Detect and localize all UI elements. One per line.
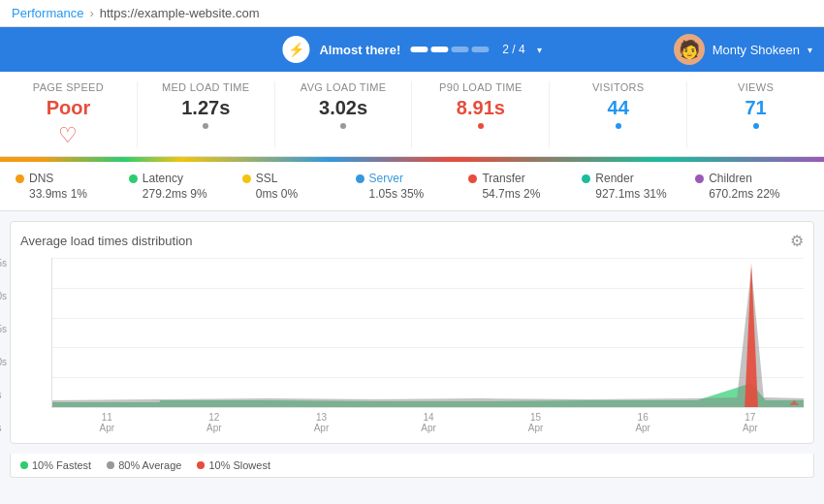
dns-color-dot-render [582, 174, 590, 183]
dns-color-dot-ssl [242, 174, 251, 183]
dns-item-children: Children670.2ms 22% [695, 172, 808, 201]
metric-label-2: Avg Load Time [283, 81, 404, 93]
y-label: 10s [0, 357, 7, 367]
metric-label-3: p90 Load Time [420, 81, 541, 93]
header-bar: ⚡ Almost there! 2 / 4 ▾ 🧑 Monty Shokeen … [0, 27, 824, 72]
metric-label-4: Visitors [557, 81, 679, 93]
x-label-17: 17Apr [696, 412, 804, 433]
user-area[interactable]: 🧑 Monty Shokeen ▾ [674, 34, 812, 65]
dns-row: DNS33.9ms 1%Latency279.2ms 9%SSL0ms 0%Se… [0, 162, 824, 211]
metric-visitors: Visitors 44 [550, 81, 687, 148]
step-3 [451, 47, 468, 52]
step-4 [471, 47, 489, 52]
legend-item: 10% Slowest [197, 459, 270, 471]
metric-value-2: 3.02s [283, 97, 404, 119]
heart-icon: ♡ [8, 123, 129, 148]
dns-label-latency: Latency [143, 172, 183, 185]
dns-values-transfer: 54.7ms 2% [468, 187, 582, 201]
dns-label-children: Children [709, 172, 752, 185]
dns-label-server: Server [369, 172, 403, 185]
x-label-11: 11Apr [53, 412, 161, 433]
dns-label-transfer: Transfer [482, 172, 524, 185]
x-label-14: 14Apr [375, 412, 483, 433]
lightning-icon: ⚡ [282, 36, 309, 63]
legend-dot [20, 461, 28, 469]
dns-label-dns: DNS [29, 172, 53, 185]
progress-steps [410, 47, 489, 52]
avatar: 🧑 [674, 34, 705, 65]
metric-dot-1 [203, 123, 208, 129]
metric-value-1: 1.27s [145, 97, 267, 119]
metric-med-load: Med Load Time 1.27s [138, 81, 275, 148]
legend-label: 80% Average [118, 459, 181, 471]
chart-title: Average load times distribution [20, 234, 193, 248]
dns-item-dns: DNS33.9ms 1% [16, 172, 129, 201]
metric-p90-load: p90 Load Time 8.91s [412, 81, 550, 148]
x-label-16: 16Apr [589, 412, 697, 433]
dns-color-dot-children [695, 174, 704, 183]
metric-dot-2 [340, 123, 346, 129]
svg-marker-1 [52, 268, 804, 407]
metric-label-1: Med Load Time [145, 81, 267, 93]
x-axis-labels: 11Apr12Apr13Apr14Apr15Apr16Apr17Apr [53, 408, 804, 433]
chart-svg [52, 258, 804, 407]
metric-page-speed: Page Speed Poor ♡ [0, 81, 138, 148]
user-dropdown-arrow[interactable]: ▾ [808, 45, 812, 55]
step-2 [430, 47, 448, 52]
metric-label-0: Page Speed [8, 81, 129, 93]
dns-color-dot-dns [16, 174, 24, 183]
y-label: 20s [0, 291, 7, 301]
gear-icon[interactable]: ⚙ [790, 232, 804, 250]
metric-value-0: Poor [8, 97, 129, 119]
legend-dot [197, 461, 205, 469]
performance-link[interactable]: Performance [12, 6, 83, 20]
dns-item-render: Render927.1ms 31% [582, 172, 695, 201]
dns-item-ssl: SSL0ms 0% [242, 172, 356, 201]
breadcrumb-separator: › [89, 6, 93, 20]
metric-dot-4 [616, 123, 621, 129]
legend-row: 10% Fastest80% Average10% Slowest [10, 454, 814, 478]
chart-header: Average load times distribution ⚙ [20, 232, 804, 250]
y-label: 25s [0, 258, 7, 268]
metric-avg-load: Avg Load Time 3.02s [275, 81, 413, 148]
progress-area: ⚡ Almost there! 2 / 4 ▾ [282, 36, 541, 63]
step-1 [410, 47, 428, 52]
x-label-15: 15Apr [482, 412, 589, 433]
dns-color-dot-latency [129, 174, 138, 183]
dns-label-render: Render [595, 172, 633, 185]
dns-values-render: 927.1ms 31% [582, 187, 695, 201]
x-label-12: 12Apr [161, 412, 269, 433]
dns-values-latency: 279.2ms 9% [129, 187, 242, 201]
legend-label: 10% Slowest [208, 459, 270, 471]
user-name: Monty Shokeen [713, 43, 800, 57]
dns-values-dns: 33.9ms 1% [16, 187, 129, 201]
chart-section: Average load times distribution ⚙ 25s20s… [10, 221, 814, 444]
metric-views: Views 71 [687, 81, 824, 148]
x-label-13: 13Apr [268, 412, 375, 433]
dns-values-ssl: 0ms 0% [242, 187, 356, 201]
legend-label: 10% Fastest [32, 459, 91, 471]
progress-dropdown-arrow[interactable]: ▾ [537, 45, 542, 55]
dns-item-latency: Latency279.2ms 9% [129, 172, 242, 201]
y-label: 5s [0, 390, 7, 400]
legend-dot [107, 461, 114, 469]
dns-label-ssl: SSL [256, 172, 278, 185]
breadcrumb: Performance › https://example-website.co… [0, 0, 824, 27]
dns-item-transfer: Transfer54.7ms 2% [468, 172, 582, 201]
legend-item: 10% Fastest [20, 459, 91, 471]
chart-area [51, 258, 804, 408]
y-label: 15s [0, 324, 7, 334]
dns-values-children: 670.2ms 22% [695, 187, 808, 201]
y-axis-labels: 25s20s15s10s5s0s [0, 258, 7, 433]
step-count: 2 / 4 [502, 43, 524, 56]
breadcrumb-url: https://example-website.com [100, 6, 260, 20]
dns-values-server: 1.05s 35% [356, 187, 469, 201]
metric-dot-3 [478, 123, 484, 129]
metrics-row: Page Speed Poor ♡ Med Load Time 1.27s Av… [0, 72, 824, 157]
dns-color-dot-transfer [468, 174, 477, 183]
progress-label: Almost there! [319, 43, 400, 57]
dns-item-server: Server1.05s 35% [356, 172, 469, 201]
legend-item: 80% Average [107, 459, 181, 471]
metric-label-5: Views [695, 81, 816, 93]
metric-value-3: 8.91s [420, 97, 541, 119]
